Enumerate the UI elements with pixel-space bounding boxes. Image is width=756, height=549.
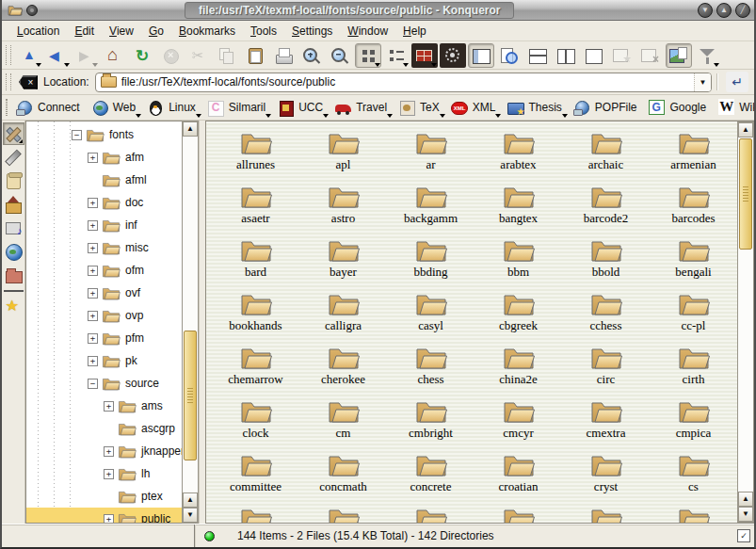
tree-expander[interactable]: + (88, 220, 98, 231)
bricks-button[interactable] (411, 43, 438, 68)
folder-item[interactable]: concrete (387, 451, 475, 505)
folder-item[interactable]: bangtex (475, 183, 562, 236)
tree-expander[interactable]: + (88, 288, 98, 299)
bookmark-web[interactable]: Web (87, 98, 140, 118)
print-button[interactable] (270, 43, 297, 68)
scroll-up-button[interactable]: ▲ (183, 121, 198, 137)
folder-item[interactable]: cmbright (387, 397, 475, 451)
sidebar-configure-button[interactable] (3, 122, 24, 145)
minimize-button[interactable]: ▼ (698, 3, 713, 18)
sidebar-history-button[interactable] (3, 170, 24, 192)
menu-bookmarks[interactable]: Bookmarks (171, 23, 243, 40)
close-button[interactable]: ╱ (735, 3, 750, 18)
location-input[interactable] (121, 73, 694, 91)
filter-button[interactable] (694, 43, 720, 68)
menu-location[interactable]: Location (9, 23, 67, 40)
back-button[interactable] (44, 43, 71, 68)
folder-item[interactable]: concmath (299, 451, 387, 505)
folder-item[interactable]: archaic (562, 129, 650, 183)
main-scrollbar[interactable]: ▲ ▲ ▼ (737, 121, 754, 523)
sidebar-home-folder-button[interactable] (3, 193, 24, 216)
bookmark-xml[interactable]: XML (446, 98, 501, 118)
folder-item[interactable]: committee (212, 451, 299, 505)
folder-item[interactable]: cmcyr (475, 397, 562, 451)
statusbar-toggle-icon[interactable]: ✓ (737, 529, 750, 542)
tree-expander[interactable]: + (88, 311, 98, 321)
menu-tools[interactable]: Tools (243, 23, 284, 40)
tree-item-pk[interactable]: + pk (26, 349, 182, 372)
split-horizontal-button[interactable] (524, 43, 551, 68)
folder-item[interactable]: allrunes (212, 129, 299, 183)
sidebar-bookmarks-edit-button[interactable] (3, 146, 24, 169)
tree-expander[interactable]: + (104, 446, 114, 457)
folder-item[interactable]: cchess (562, 290, 650, 344)
clear-location-button[interactable]: × (19, 75, 38, 89)
tree-item-ams[interactable]: + ams (26, 395, 182, 417)
split-vertical-button[interactable] (553, 43, 579, 68)
bookmark-connect[interactable]: Connect (11, 98, 85, 118)
toolbar-handle[interactable] (6, 99, 8, 116)
folder-item[interactable]: casyl (387, 290, 475, 344)
scroll-thumb[interactable] (739, 138, 752, 250)
cut-button[interactable] (185, 43, 212, 68)
bookmark-ucc[interactable]: UCC (272, 98, 328, 118)
folder-item[interactable]: bookhands (212, 290, 299, 344)
new-tab-button[interactable] (609, 43, 635, 68)
folder-item[interactable]: cs (650, 451, 737, 505)
sidebar-services-button[interactable] (3, 217, 24, 239)
bookmark-travel[interactable]: Travel (330, 98, 392, 118)
tree-item-public[interactable]: + public (26, 508, 182, 524)
reload-button[interactable] (129, 43, 155, 68)
scroll-up-button[interactable]: ▲ (183, 492, 198, 508)
sidebar-bookmarks-button[interactable] (3, 295, 24, 317)
scroll-down-button[interactable]: ▼ (738, 507, 753, 522)
bookmark-linux[interactable]: Linux (142, 98, 201, 118)
folder-item[interactable]: arabtex (475, 129, 562, 183)
tree-item-afm[interactable]: + afm (26, 146, 182, 169)
stop-button[interactable] (157, 43, 184, 68)
folder-item[interactable]: bard (212, 236, 299, 290)
zoom-out-button[interactable] (327, 43, 353, 68)
folder-item[interactable]: chemarrow (212, 344, 299, 397)
scroll-track[interactable] (183, 137, 198, 330)
folder-item[interactable]: bayer (299, 236, 387, 290)
tree-item-lh[interactable]: + lh (26, 462, 182, 485)
tree-item-ovp[interactable]: + ovp (26, 304, 182, 327)
go-button[interactable]: ↵ (726, 72, 748, 92)
tree-expander[interactable]: + (88, 243, 98, 253)
folder-item[interactable]: astro (299, 183, 387, 236)
folder-item[interactable]: cmpica (650, 397, 737, 451)
folder-item[interactable]: bengali (650, 236, 737, 290)
menu-go[interactable]: Go (141, 23, 171, 40)
tree-item-doc[interactable]: + doc (26, 191, 182, 214)
folder-item[interactable]: backgamm (387, 183, 475, 236)
tree-item-source[interactable]: − source (26, 372, 182, 395)
zoom-in-button[interactable] (298, 43, 325, 68)
menu-edit[interactable]: Edit (67, 23, 102, 40)
folder-item[interactable]: cc-pl (650, 290, 737, 344)
folder-item[interactable]: clock (212, 397, 299, 451)
menu-settings[interactable]: Settings (284, 23, 340, 40)
close-tab-button[interactable] (637, 43, 664, 68)
tree-expander[interactable]: + (88, 333, 98, 344)
folder-item[interactable]: barcode2 (562, 183, 650, 236)
folder-item[interactable]: cm (299, 397, 387, 451)
copy-button[interactable] (214, 43, 240, 68)
folder-item[interactable] (650, 505, 737, 523)
folder-item[interactable] (562, 505, 650, 523)
tree-item-ascgrp[interactable]: ascgrp (26, 417, 182, 440)
sidebar-network-button[interactable] (3, 240, 24, 263)
tree-view-button[interactable] (383, 43, 410, 68)
folder-item[interactable]: asaetr (212, 183, 299, 236)
find-button[interactable] (496, 43, 523, 68)
tree-item-ptex[interactable]: ptex (26, 485, 182, 508)
home-button[interactable] (101, 43, 127, 68)
bookmark-google[interactable]: Google (644, 98, 712, 118)
folder-item[interactable]: armenian (650, 129, 737, 183)
folder-item[interactable]: cryst (562, 451, 650, 505)
menu-help[interactable]: Help (395, 23, 434, 40)
tree-item-ovf[interactable]: + ovf (26, 282, 182, 304)
tree-expander[interactable]: + (88, 153, 98, 163)
tree-expander[interactable]: + (88, 198, 98, 208)
tree-item-jknappen[interactable]: + jknappen (26, 440, 182, 462)
